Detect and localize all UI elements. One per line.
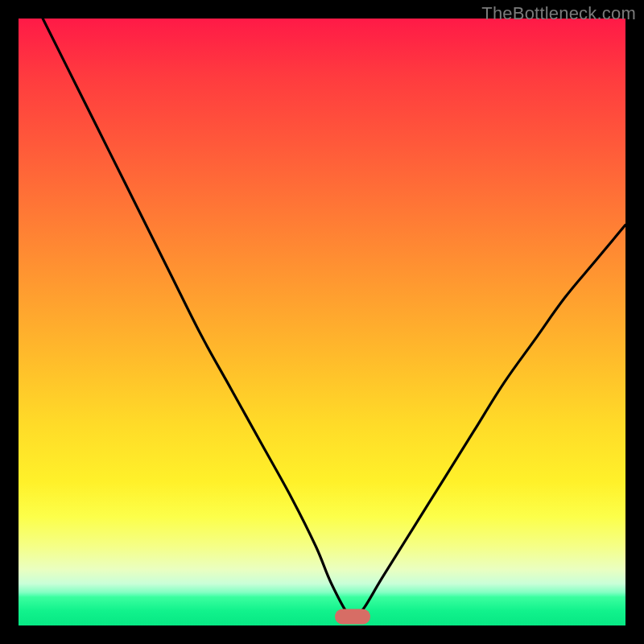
- plot-area: [19, 19, 625, 625]
- chart-frame: TheBottleneck.com: [0, 0, 644, 644]
- bottleneck-curve: [19, 19, 625, 625]
- watermark-text: TheBottleneck.com: [481, 3, 636, 24]
- optimum-marker: [335, 609, 370, 624]
